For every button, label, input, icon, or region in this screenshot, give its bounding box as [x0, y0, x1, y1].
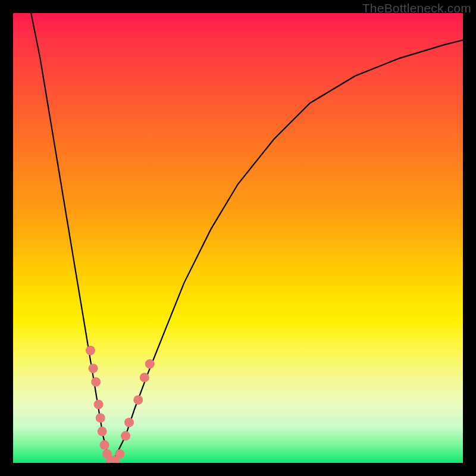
curve-marker — [96, 413, 105, 422]
curve-layer — [13, 13, 463, 463]
watermark-text: TheBottleneck.com — [362, 1, 471, 15]
bottleneck-curve — [31, 13, 463, 463]
curve-marker — [98, 427, 107, 436]
curve-marker — [115, 449, 124, 459]
curve-marker — [86, 346, 95, 355]
curve-marker — [89, 364, 98, 373]
curve-marker — [121, 431, 130, 441]
curve-marker — [140, 372, 149, 382]
curve-marker — [145, 359, 155, 369]
chart-frame: TheBottleneck.com — [0, 0, 476, 476]
curve-marker — [100, 440, 109, 450]
plot-area — [13, 13, 463, 463]
curve-marker — [91, 377, 101, 387]
curve-marker — [94, 400, 104, 409]
curve-marker — [133, 395, 143, 405]
curve-marker — [124, 418, 134, 427]
